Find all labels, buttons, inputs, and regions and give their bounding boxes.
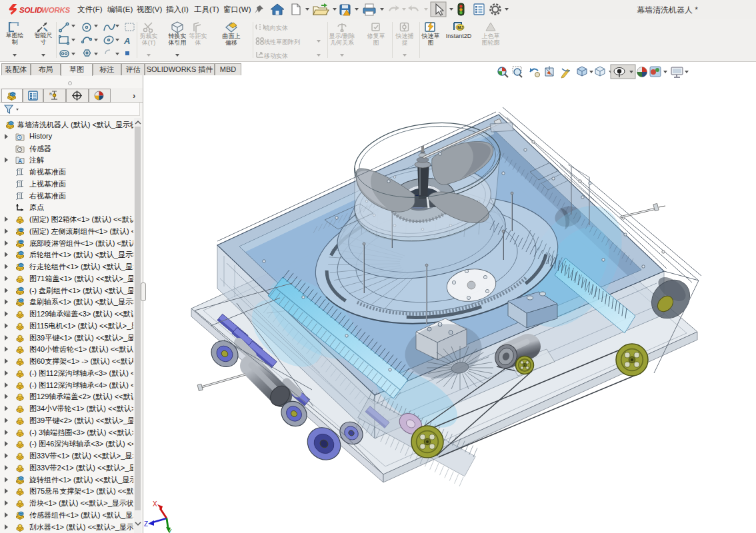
svg-text:B: B — [49, 92, 52, 96]
svg-text:MJ: MJ — [457, 25, 463, 30]
svg-text:Z: Z — [144, 520, 148, 528]
svg-text:WORKS: WORKS — [41, 6, 71, 14]
svg-text:SOLID: SOLID — [19, 6, 42, 14]
svg-text:Y: Y — [167, 528, 172, 533]
svg-text:A: A — [123, 36, 130, 46]
svg-text:X: X — [153, 500, 157, 508]
